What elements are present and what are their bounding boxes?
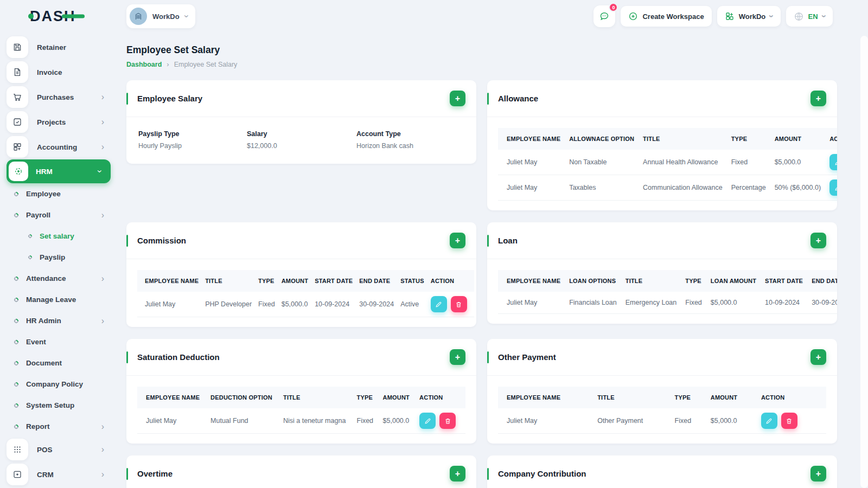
card-accent-bar xyxy=(126,351,128,363)
chevron-down-icon: › xyxy=(95,170,104,172)
sidebar-item-crm[interactable]: CRM› xyxy=(7,462,119,487)
main-content: Employee Set Salary Dashboard › Employee… xyxy=(126,33,837,488)
table-row: Juliet MayNon TaxableAnnual Health Allow… xyxy=(498,150,837,175)
logo-dot-icon xyxy=(28,14,34,19)
allowance-table: EMPLOYEE NAMEALLOWNACE OPTIONTITLETYPEAM… xyxy=(487,117,837,210)
delete-button[interactable] xyxy=(439,413,456,429)
sidebar-item-event[interactable]: Event xyxy=(7,331,119,352)
column-header: EMPLOYEE NAME xyxy=(498,128,565,150)
add-overtime-button[interactable]: + xyxy=(450,466,465,481)
cart-icon xyxy=(7,86,28,108)
sidebar-item-label: Company Policy xyxy=(26,380,83,388)
data-table: EMPLOYEE NAMETITLETYPEAMOUNTSTART DATEEN… xyxy=(137,270,474,317)
column-header: LOAN AMOUNT xyxy=(706,270,761,292)
sidebar-item-system-setup[interactable]: System Setup xyxy=(7,395,119,416)
workspace-label: WorkDo xyxy=(152,12,180,21)
sidebar-item-payroll[interactable]: Payroll› xyxy=(7,204,119,226)
topbar-left: DASH xyxy=(0,8,126,25)
sidebar-item-retainer[interactable]: Retainer xyxy=(7,35,119,60)
chevron-right-icon: › xyxy=(101,211,104,220)
delete-button[interactable] xyxy=(451,296,467,312)
column-header: TITLE xyxy=(279,387,353,408)
sidebar-item-label: Set salary xyxy=(40,232,74,240)
add-loan-button[interactable]: + xyxy=(810,233,826,248)
sidebar-item-invoice[interactable]: Invoice xyxy=(7,60,119,85)
sidebar-item-manage-leave[interactable]: Manage Leave xyxy=(7,289,119,310)
other-payment-card: Other Payment + EMPLOYEE NAMETITLETYPEAM… xyxy=(487,339,837,444)
edit-button[interactable] xyxy=(761,413,777,429)
column-header: EMPLOYEE NAME xyxy=(137,387,206,408)
bullet-icon xyxy=(28,234,33,239)
card-header: Saturation Deduction + xyxy=(126,339,476,376)
sidebar-item-hr-admin[interactable]: HR Admin› xyxy=(7,310,119,331)
table-cell: Fixed xyxy=(671,408,706,434)
language-selector[interactable]: EN › xyxy=(786,6,833,27)
chevron-right-icon: › xyxy=(101,93,104,101)
breadcrumb-dashboard-link[interactable]: Dashboard xyxy=(126,61,162,68)
sidebar-item-label: Attendance xyxy=(26,274,66,282)
add-saturation-deduction-button[interactable]: + xyxy=(450,349,465,365)
add-company-contribution-button[interactable]: + xyxy=(810,466,826,481)
sidebar-item-label: POS xyxy=(37,446,53,454)
add-allowance-button[interactable]: + xyxy=(810,91,826,106)
sidebar-item-projects[interactable]: Projects› xyxy=(7,110,119,134)
file-icon xyxy=(7,61,28,83)
card-header: Employee Salary + xyxy=(126,80,476,117)
table-row: Juliet MayPHP DeveloperFixed$5,000.010-0… xyxy=(137,292,474,317)
card-accent-bar xyxy=(126,235,128,247)
card-accent-bar xyxy=(126,468,128,480)
add-other-payment-button[interactable]: + xyxy=(810,349,826,365)
table-cell: Juliet May xyxy=(137,292,202,317)
table-cell: Percentage xyxy=(727,175,770,201)
row-actions xyxy=(825,150,837,175)
create-workspace-button[interactable]: Create Workspace xyxy=(621,6,711,27)
delete-button[interactable] xyxy=(781,413,797,429)
sidebar-item-label: Accounting xyxy=(37,143,77,151)
sidebar-item-set-salary[interactable]: Set salary xyxy=(7,226,119,247)
employee-salary-card: Employee Salary + Payslip Type Hourly Pa… xyxy=(126,80,476,164)
create-workspace-label: Create Workspace xyxy=(642,12,704,21)
sidebar-item-company-policy[interactable]: Company Policy xyxy=(7,374,119,395)
edit-button[interactable] xyxy=(829,154,837,170)
brand-logo[interactable]: DASH xyxy=(30,8,76,25)
employee-salary-fields: Payslip Type Hourly Payslip Salary $12,0… xyxy=(126,117,476,164)
column-header: TITLE xyxy=(593,387,670,408)
add-employee-salary-button[interactable]: + xyxy=(450,91,465,106)
table-cell: Juliet May xyxy=(498,150,565,175)
scrollbar[interactable] xyxy=(860,36,868,488)
workdo-menu-button[interactable]: WorkDo › xyxy=(717,6,781,27)
data-table: EMPLOYEE NAMETITLETYPEAMOUNTACTIONJuliet… xyxy=(498,387,826,434)
card-accent-bar xyxy=(487,235,489,247)
column-header: TYPE xyxy=(681,270,706,292)
dots-grid-icon xyxy=(7,439,28,460)
sidebar-item-hrm[interactable]: HRM› xyxy=(7,159,111,183)
column-header: DEDUCTION OPTION xyxy=(206,387,279,408)
edit-button[interactable] xyxy=(419,413,436,429)
column-header: END DATE xyxy=(807,270,837,292)
sidebar-item-document[interactable]: Document xyxy=(7,352,119,374)
column-header: AMOUNT xyxy=(379,387,416,408)
table-cell: Fixed xyxy=(727,150,770,175)
sidebar-item-employee[interactable]: Employee xyxy=(7,183,119,204)
column-header: AMOUNT xyxy=(770,128,825,150)
grid-icon xyxy=(7,136,28,158)
sidebar-item-accounting[interactable]: Accounting› xyxy=(7,134,119,159)
edit-button[interactable] xyxy=(431,296,447,312)
chevron-right-icon: › xyxy=(101,143,104,151)
sidebar-item-pos[interactable]: POS› xyxy=(7,437,119,462)
column-header: EMPLOYEE NAME xyxy=(137,270,202,292)
edit-button[interactable] xyxy=(829,179,837,196)
sidebar-item-report[interactable]: Report› xyxy=(7,416,119,437)
add-commission-button[interactable]: + xyxy=(450,233,465,248)
workspace-selector[interactable]: WorkDo › xyxy=(126,4,195,28)
sidebar-item-attendance[interactable]: Attendance› xyxy=(7,268,119,289)
messages-button[interactable]: 0 xyxy=(593,5,615,27)
card-header: Other Payment + xyxy=(487,339,837,376)
card-title: Allowance xyxy=(498,94,538,103)
card-title: Saturation Deduction xyxy=(137,352,220,362)
data-table: EMPLOYEE NAMELOAN OPTIONSTITLETYPELOAN A… xyxy=(498,270,837,314)
card-title: Overtime xyxy=(137,469,173,478)
card-title: Loan xyxy=(498,236,518,245)
sidebar-item-purchases[interactable]: Purchases› xyxy=(7,85,119,110)
sidebar-item-payslip[interactable]: Payslip xyxy=(7,247,119,268)
